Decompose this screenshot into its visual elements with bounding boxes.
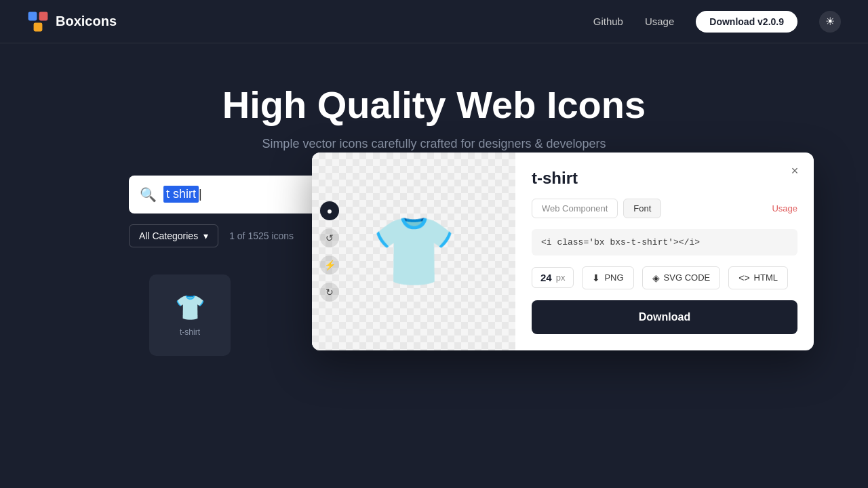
icon-detail-panel: ● ↺ ⚡ ↻ 👕 × t-shirt Web Component Font U… [312,152,814,350]
hero-title: High Quality Web Icons [27,84,841,126]
tab-font[interactable]: Font [623,199,661,218]
detail-icon-preview: 👕 [372,211,456,291]
detail-title: t-shirt [532,169,797,188]
px-input-group[interactable]: 24 px [532,267,574,288]
category-label: All Categories [139,230,198,241]
svg-label: SVG CODE [664,272,711,283]
search-highlight-text: t shirt [163,186,199,203]
png-download-button[interactable]: ⬇ PNG [582,266,633,289]
main-nav: Github Usage Download v2.0.9 ☀ [593,11,841,33]
detail-code-block[interactable]: <i class='bx bxs-t-shirt'></i> [532,229,797,256]
svg-rect-2 [34,22,43,31]
preview-tool-circle[interactable]: ● [320,201,339,220]
preview-toolbar: ● ↺ ⚡ ↻ [320,201,339,302]
download-icon: ⬇ [592,272,600,283]
search-cursor: | [199,187,202,201]
logo-icon [27,11,49,33]
chevron-down-icon: ▾ [203,230,208,241]
icon-card-label: t-shirt [180,327,200,337]
tshirt-icon: 👕 [175,293,205,322]
html-icon: <> [738,272,749,283]
filter-left: All Categories ▾ 1 of 1525 icons [129,224,294,247]
px-label: px [556,272,566,283]
detail-tabs: Web Component Font Usage [532,199,797,218]
theme-toggle-button[interactable]: ☀ [819,11,841,33]
html-label: HTML [754,272,778,283]
detail-close-button[interactable]: × [785,162,804,181]
detail-usage-link[interactable]: Usage [772,203,797,214]
icon-info-section: × t-shirt Web Component Font Usage <i cl… [515,152,814,350]
tab-web-component[interactable]: Web Component [532,199,618,218]
preview-tool-lightning[interactable]: ⚡ [320,256,339,274]
icon-count: 1 of 1525 icons [229,230,294,241]
px-value: 24 [540,272,552,283]
svg-rect-1 [39,12,48,20]
hero-subtitle: Simple vector icons carefully crafted fo… [27,137,841,151]
html-button[interactable]: <> HTML [728,266,788,289]
category-dropdown[interactable]: All Categories ▾ [129,224,218,247]
png-label: PNG [604,272,623,283]
search-icon: 🔍 [140,186,157,203]
preview-tool-refresh[interactable]: ↻ [320,283,339,302]
icon-preview-area: ● ↺ ⚡ ↻ 👕 [312,152,515,350]
detail-actions: 24 px ⬇ PNG ◈ SVG CODE <> HTML [532,266,797,289]
preview-tool-rotate[interactable]: ↺ [320,228,339,247]
svg-code-button[interactable]: ◈ SVG CODE [642,266,721,289]
logo[interactable]: Boxicons [27,11,117,33]
download-version-button[interactable]: Download v2.0.9 [696,11,797,33]
icon-card-tshirt[interactable]: 👕 t-shirt [149,274,231,356]
usage-link[interactable]: Usage [645,16,674,27]
svg-rect-0 [28,12,37,20]
logo-text: Boxicons [56,14,117,29]
code-icon: ◈ [652,272,660,283]
github-link[interactable]: Github [593,16,623,27]
main-download-button[interactable]: Download [532,300,797,334]
